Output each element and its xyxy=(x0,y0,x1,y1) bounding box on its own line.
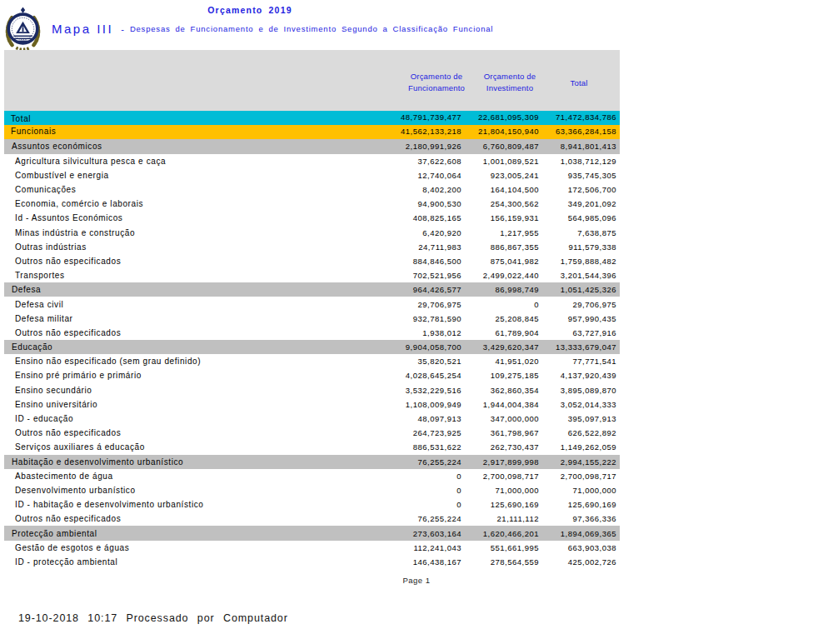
row-value-investimento: 262,730,437 xyxy=(465,442,542,452)
row-label: Transportes xyxy=(4,271,369,280)
row-value-investimento: 347,000,000 xyxy=(465,414,542,423)
row-value-investimento: 278,564,559 xyxy=(465,557,542,567)
row-value-total: 125,690,169 xyxy=(542,500,620,509)
map-title-line: Mapa III - Despesas de Funcionamento e d… xyxy=(52,22,493,36)
row-value-investimento: 2,499,022,440 xyxy=(465,271,542,280)
row-value-funcionamento: 0 xyxy=(369,486,465,495)
row-value-investimento: 41,951,020 xyxy=(465,357,542,366)
row-value-total: 2,700,098,717 xyxy=(542,472,620,481)
row-value-investimento: 2,917,899,998 xyxy=(465,457,542,467)
map-title-separator: - xyxy=(121,24,124,34)
row-value-funcionamento: 0 xyxy=(369,500,465,509)
row-value-funcionamento: 1,108,009,949 xyxy=(369,400,465,409)
row-value-funcionamento: 886,531,622 xyxy=(369,442,465,452)
table-row-detail: Minas indústria e construção6,420,9201,2… xyxy=(4,226,620,240)
row-label: Comunicações xyxy=(4,185,369,194)
row-value-funcionamento: 8,402,200 xyxy=(369,185,465,194)
row-value-funcionamento: 964,426,577 xyxy=(369,285,465,294)
row-value-total: 29,706,975 xyxy=(542,300,620,309)
row-value-total: 71,472,834,786 xyxy=(542,111,620,122)
table-row-detail: Outros não especificados884,846,500875,0… xyxy=(4,254,620,268)
table-row-detail: Agricultura silvicultura pesca e caça37,… xyxy=(4,154,620,168)
table-row-detail: Id - Assuntos Económicos408,825,165156,1… xyxy=(4,211,620,225)
row-label: Assuntos económicos xyxy=(4,142,369,151)
row-label: Serviços auxiliares á educação xyxy=(4,442,369,452)
row-value-funcionamento: 48,097,913 xyxy=(369,414,465,423)
row-label: Ensino pré primário e primário xyxy=(4,371,369,380)
row-value-total: 626,522,892 xyxy=(542,428,620,437)
table-row-detail: Outros não especificados1,938,01261,789,… xyxy=(4,326,620,340)
row-value-investimento: 1,620,466,201 xyxy=(465,529,542,538)
table-row-section: Defesa964,426,57786,998,7491,051,425,326 xyxy=(4,282,620,297)
row-value-investimento: 886,867,355 xyxy=(465,242,542,252)
row-label: Protecção ambiental xyxy=(4,529,369,538)
row-value-funcionamento: 146,438,167 xyxy=(369,557,465,567)
row-value-funcionamento: 1,938,012 xyxy=(369,328,465,337)
table-row-detail: Outros não especificados76,255,22421,111… xyxy=(4,512,620,526)
table-row-detail: Outras indústrias24,711,983886,867,35591… xyxy=(4,240,620,254)
table-row-detail: ID - educação48,097,913347,000,000395,09… xyxy=(4,412,620,426)
row-value-total: 97,366,336 xyxy=(542,514,620,523)
table-row-detail: ID - protecção ambiental146,438,167278,5… xyxy=(4,555,620,569)
row-label: Outros não especificados xyxy=(4,428,369,437)
row-value-total: 3,052,014,333 xyxy=(542,400,620,409)
row-value-funcionamento: 35,820,521 xyxy=(369,357,465,366)
row-value-funcionamento: 2,180,991,926 xyxy=(369,142,465,151)
row-value-investimento: 61,789,904 xyxy=(465,328,542,337)
table-row-detail: Comunicações8,402,200164,104,500172,506,… xyxy=(4,182,620,197)
row-value-investimento: 0 xyxy=(465,300,542,309)
row-value-funcionamento: 273,603,164 xyxy=(369,529,465,538)
table-row-detail: Serviços auxiliares á educação886,531,62… xyxy=(4,440,620,454)
column-header-funcionamento: Orçamento de Funcionamento xyxy=(395,71,478,94)
row-value-total: 71,000,000 xyxy=(542,486,620,495)
budget-table: Orçamento de Funcionamento Orçamento de … xyxy=(4,50,620,569)
table-row-detail: Ensino não especificado (sem grau defini… xyxy=(4,354,620,368)
row-label: Total xyxy=(4,114,369,125)
row-value-investimento: 156,159,931 xyxy=(465,213,542,222)
row-value-investimento: 71,000,000 xyxy=(465,486,542,495)
row-label: Gestão de esgotos e águas xyxy=(4,543,369,552)
table-row-detail: Ensino universitário1,108,009,9491,944,0… xyxy=(4,397,620,412)
table-row-detail: Outros não especificados264,723,925361,7… xyxy=(4,426,620,440)
row-value-funcionamento: 24,711,983 xyxy=(369,242,465,252)
row-value-funcionamento: 12,740,064 xyxy=(369,171,465,180)
row-label: ID - educação xyxy=(4,414,369,423)
row-value-funcionamento: 408,825,165 xyxy=(369,213,465,222)
table-row-detail: Economia, comércio e laborais94,900,5302… xyxy=(4,197,620,211)
row-label: Agricultura silvicultura pesca e caça xyxy=(4,157,369,166)
row-value-total: 1,038,712,129 xyxy=(542,157,620,166)
row-label: Outros não especificados xyxy=(4,257,369,266)
row-value-total: 3,895,089,870 xyxy=(542,386,620,395)
row-label: Defesa militar xyxy=(4,314,369,323)
row-value-investimento: 125,690,169 xyxy=(465,500,542,509)
row-value-investimento: 21,111,112 xyxy=(465,514,542,523)
row-value-total: 63,366,284,158 xyxy=(542,125,620,136)
row-value-funcionamento: 94,900,530 xyxy=(369,199,465,208)
table-row-section: Educação9,904,058,7003,429,620,34713,333… xyxy=(4,340,620,354)
row-label: Habitação e desenvolvimento urbanístico xyxy=(4,457,369,467)
row-value-investimento: 86,998,749 xyxy=(465,285,542,294)
row-value-investimento: 3,429,620,347 xyxy=(465,342,542,352)
table-row-total: Total48,791,739,47722,681,095,30971,472,… xyxy=(4,111,620,125)
row-value-total: 395,097,913 xyxy=(542,414,620,423)
table-row-detail: Ensino secundário3,532,229,516362,860,35… xyxy=(4,383,620,397)
table-row-detail: Defesa militar932,781,59025,208,845957,9… xyxy=(4,312,620,326)
table-row-detail: Desenvolvimento urbanístico071,000,00071… xyxy=(4,483,620,497)
processed-footer: 19-10-2018 10:17 Processado por Computad… xyxy=(18,612,288,624)
table-row-section: Protecção ambiental273,603,1641,620,466,… xyxy=(4,526,620,540)
table-row-detail: ID - habitação e desenvolvimento urbanís… xyxy=(4,497,620,512)
row-value-investimento: 109,275,185 xyxy=(465,371,542,380)
map-subtitle: Despesas de Funcionamento e de Investime… xyxy=(130,24,493,33)
row-value-funcionamento: 3,532,229,516 xyxy=(369,386,465,395)
table-row-detail: Ensino pré primário e primário4,028,645,… xyxy=(4,368,620,382)
table-row-detail: Transportes702,521,9562,499,022,4403,201… xyxy=(4,268,620,282)
row-value-investimento: 6,760,809,487 xyxy=(465,142,542,151)
document-title: Orçamento 2019 xyxy=(0,5,500,15)
map-label: Mapa III xyxy=(52,22,113,36)
row-label: Abastecimento de água xyxy=(4,472,369,481)
row-value-investimento: 1,944,004,384 xyxy=(465,400,542,409)
row-value-investimento: 875,041,982 xyxy=(465,257,542,266)
row-value-total: 172,506,700 xyxy=(542,185,620,194)
row-value-total: 1,759,888,482 xyxy=(542,257,620,266)
row-label: Outros não especificados xyxy=(4,328,369,337)
